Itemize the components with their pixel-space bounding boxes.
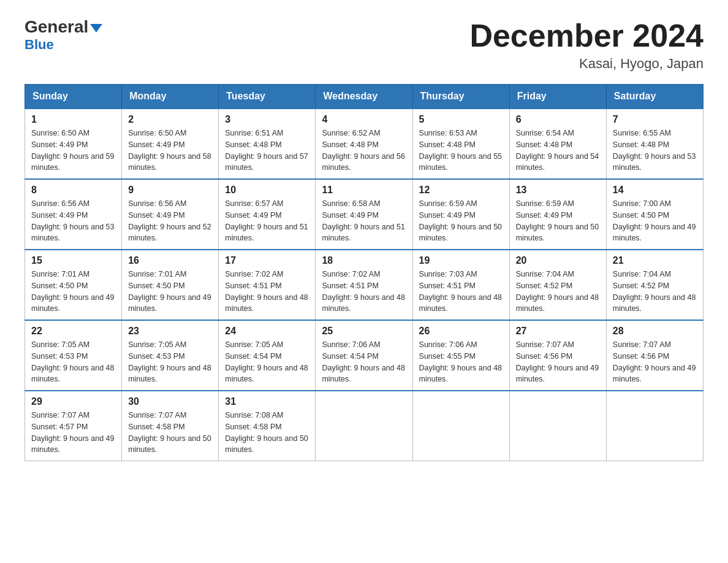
logo-blue: Blue — [25, 37, 54, 53]
day-number: 18 — [322, 255, 406, 266]
day-info: Sunrise: 6:59 AMSunset: 4:49 PMDaylight:… — [419, 199, 502, 242]
logo-general: General — [25, 18, 102, 36]
week-row-4: 22 Sunrise: 7:05 AMSunset: 4:53 PMDaylig… — [25, 320, 703, 391]
week-row-3: 15 Sunrise: 7:01 AMSunset: 4:50 PMDaylig… — [25, 250, 703, 320]
day-info: Sunrise: 6:54 AMSunset: 4:48 PMDaylight:… — [516, 129, 599, 172]
day-info: Sunrise: 7:07 AMSunset: 4:57 PMDaylight:… — [31, 411, 115, 454]
day-info: Sunrise: 6:56 AMSunset: 4:49 PMDaylight:… — [128, 199, 211, 242]
header-tuesday: Tuesday — [219, 85, 316, 109]
day-info: Sunrise: 7:04 AMSunset: 4:52 PMDaylight:… — [613, 270, 696, 313]
table-row: 20 Sunrise: 7:04 AMSunset: 4:52 PMDaylig… — [509, 250, 606, 320]
day-info: Sunrise: 6:53 AMSunset: 4:48 PMDaylight:… — [419, 129, 502, 172]
logo-triangle-icon — [90, 24, 102, 33]
day-number: 30 — [128, 396, 212, 407]
table-row: 5 Sunrise: 6:53 AMSunset: 4:48 PMDayligh… — [412, 109, 509, 179]
day-info: Sunrise: 7:04 AMSunset: 4:52 PMDaylight:… — [516, 270, 599, 313]
table-row: 12 Sunrise: 6:59 AMSunset: 4:49 PMDaylig… — [412, 179, 509, 250]
day-info: Sunrise: 7:01 AMSunset: 4:50 PMDaylight:… — [31, 270, 115, 313]
day-number: 14 — [613, 185, 697, 196]
table-row: 13 Sunrise: 6:59 AMSunset: 4:49 PMDaylig… — [509, 179, 606, 250]
table-row: 16 Sunrise: 7:01 AMSunset: 4:50 PMDaylig… — [122, 250, 219, 320]
table-row: 8 Sunrise: 6:56 AMSunset: 4:49 PMDayligh… — [25, 179, 122, 250]
day-info: Sunrise: 7:01 AMSunset: 4:50 PMDaylight:… — [128, 270, 211, 313]
table-row: 19 Sunrise: 7:03 AMSunset: 4:51 PMDaylig… — [412, 250, 509, 320]
day-info: Sunrise: 7:08 AMSunset: 4:58 PMDaylight:… — [225, 411, 308, 454]
day-info: Sunrise: 7:02 AMSunset: 4:51 PMDaylight:… — [225, 270, 308, 313]
table-row: 22 Sunrise: 7:05 AMSunset: 4:53 PMDaylig… — [25, 320, 122, 391]
day-number: 9 — [128, 185, 212, 196]
table-row: 30 Sunrise: 7:07 AMSunset: 4:58 PMDaylig… — [122, 391, 219, 461]
day-number: 27 — [516, 326, 600, 337]
day-number: 6 — [516, 114, 600, 125]
header-friday: Friday — [509, 85, 606, 109]
header-sunday: Sunday — [25, 85, 122, 109]
day-info: Sunrise: 6:59 AMSunset: 4:49 PMDaylight:… — [516, 199, 599, 242]
table-row: 24 Sunrise: 7:05 AMSunset: 4:54 PMDaylig… — [219, 320, 316, 391]
table-row: 11 Sunrise: 6:58 AMSunset: 4:49 PMDaylig… — [316, 179, 412, 250]
day-number: 10 — [225, 185, 309, 196]
table-row: 26 Sunrise: 7:06 AMSunset: 4:55 PMDaylig… — [412, 320, 509, 391]
calendar-table: Sunday Monday Tuesday Wednesday Thursday… — [25, 84, 703, 461]
day-number: 28 — [613, 326, 697, 337]
calendar-subtitle: Kasai, Hyogo, Japan — [469, 56, 703, 72]
table-row: 29 Sunrise: 7:07 AMSunset: 4:57 PMDaylig… — [25, 391, 122, 461]
table-row: 7 Sunrise: 6:55 AMSunset: 4:48 PMDayligh… — [606, 109, 703, 179]
day-info: Sunrise: 7:02 AMSunset: 4:51 PMDaylight:… — [322, 270, 405, 313]
table-row: 15 Sunrise: 7:01 AMSunset: 4:50 PMDaylig… — [25, 250, 122, 320]
table-row: 14 Sunrise: 7:00 AMSunset: 4:50 PMDaylig… — [606, 179, 703, 250]
day-info: Sunrise: 7:07 AMSunset: 4:56 PMDaylight:… — [613, 340, 696, 383]
day-number: 17 — [225, 255, 309, 266]
table-row: 6 Sunrise: 6:54 AMSunset: 4:48 PMDayligh… — [509, 109, 606, 179]
table-row: 31 Sunrise: 7:08 AMSunset: 4:58 PMDaylig… — [219, 391, 316, 461]
day-number: 4 — [322, 114, 406, 125]
table-row: 25 Sunrise: 7:06 AMSunset: 4:54 PMDaylig… — [316, 320, 412, 391]
day-info: Sunrise: 7:05 AMSunset: 4:53 PMDaylight:… — [31, 340, 115, 383]
table-row: 3 Sunrise: 6:51 AMSunset: 4:48 PMDayligh… — [219, 109, 316, 179]
title-section: December 2024 Kasai, Hyogo, Japan — [469, 18, 703, 72]
day-info: Sunrise: 6:50 AMSunset: 4:49 PMDaylight:… — [128, 129, 211, 172]
day-number: 21 — [613, 255, 697, 266]
day-number: 22 — [31, 326, 115, 337]
day-info: Sunrise: 6:58 AMSunset: 4:49 PMDaylight:… — [322, 199, 405, 242]
day-number: 31 — [225, 396, 309, 407]
day-number: 2 — [128, 114, 212, 125]
day-number: 13 — [516, 185, 600, 196]
page-header: General Blue December 2024 Kasai, Hyogo,… — [25, 18, 703, 72]
day-info: Sunrise: 7:07 AMSunset: 4:58 PMDaylight:… — [128, 411, 211, 454]
table-row: 17 Sunrise: 7:02 AMSunset: 4:51 PMDaylig… — [219, 250, 316, 320]
day-number: 16 — [128, 255, 212, 266]
table-row: 27 Sunrise: 7:07 AMSunset: 4:56 PMDaylig… — [509, 320, 606, 391]
day-number: 12 — [419, 185, 503, 196]
day-number: 26 — [419, 326, 503, 337]
table-row: 1 Sunrise: 6:50 AMSunset: 4:49 PMDayligh… — [25, 109, 122, 179]
header-thursday: Thursday — [412, 85, 509, 109]
day-info: Sunrise: 7:06 AMSunset: 4:55 PMDaylight:… — [419, 340, 502, 383]
table-row: 9 Sunrise: 6:56 AMSunset: 4:49 PMDayligh… — [122, 179, 219, 250]
day-number: 24 — [225, 326, 309, 337]
day-number: 11 — [322, 185, 406, 196]
day-number: 7 — [613, 114, 697, 125]
table-row — [606, 391, 703, 461]
day-info: Sunrise: 7:03 AMSunset: 4:51 PMDaylight:… — [419, 270, 502, 313]
day-info: Sunrise: 6:51 AMSunset: 4:48 PMDaylight:… — [225, 129, 308, 172]
table-row: 18 Sunrise: 7:02 AMSunset: 4:51 PMDaylig… — [316, 250, 412, 320]
logo: General Blue — [25, 18, 102, 53]
day-number: 15 — [31, 255, 115, 266]
table-row: 23 Sunrise: 7:05 AMSunset: 4:53 PMDaylig… — [122, 320, 219, 391]
table-row: 4 Sunrise: 6:52 AMSunset: 4:48 PMDayligh… — [316, 109, 412, 179]
day-number: 5 — [419, 114, 503, 125]
table-row — [412, 391, 509, 461]
day-info: Sunrise: 6:52 AMSunset: 4:48 PMDaylight:… — [322, 129, 405, 172]
table-row — [509, 391, 606, 461]
day-info: Sunrise: 6:55 AMSunset: 4:48 PMDaylight:… — [613, 129, 696, 172]
header-monday: Monday — [122, 85, 219, 109]
day-info: Sunrise: 7:05 AMSunset: 4:54 PMDaylight:… — [225, 340, 308, 383]
day-info: Sunrise: 7:06 AMSunset: 4:54 PMDaylight:… — [322, 340, 405, 383]
calendar-header-row: Sunday Monday Tuesday Wednesday Thursday… — [25, 85, 703, 109]
week-row-2: 8 Sunrise: 6:56 AMSunset: 4:49 PMDayligh… — [25, 179, 703, 250]
table-row: 28 Sunrise: 7:07 AMSunset: 4:56 PMDaylig… — [606, 320, 703, 391]
day-number: 1 — [31, 114, 115, 125]
day-number: 23 — [128, 326, 212, 337]
table-row: 21 Sunrise: 7:04 AMSunset: 4:52 PMDaylig… — [606, 250, 703, 320]
day-number: 3 — [225, 114, 309, 125]
